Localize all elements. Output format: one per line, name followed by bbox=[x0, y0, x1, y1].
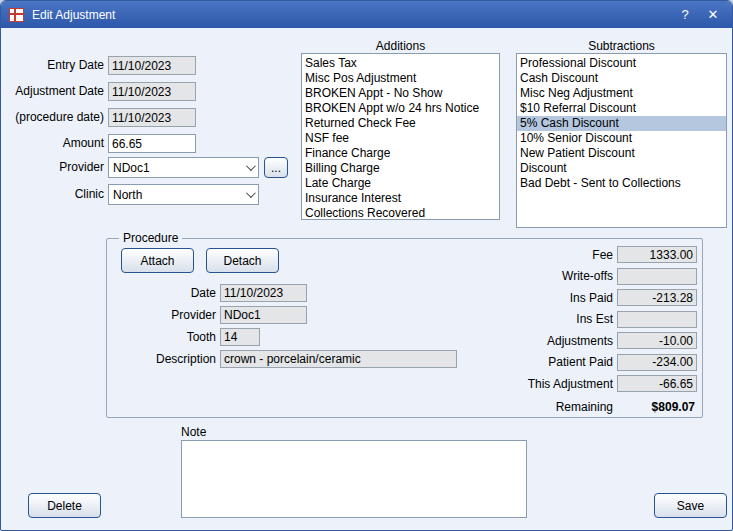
subtractions-item[interactable]: New Patient Discount bbox=[517, 146, 726, 161]
amount-row-label: Ins Paid bbox=[421, 291, 613, 305]
procedure-amount-row: Write-offs bbox=[421, 268, 697, 285]
titlebar: Edit Adjustment ? ✕ bbox=[1, 1, 732, 28]
note-textarea[interactable] bbox=[181, 440, 527, 518]
entry-date-label: Entry Date bbox=[1, 56, 104, 75]
provider-browse-button[interactable]: ... bbox=[264, 157, 288, 178]
app-icon bbox=[9, 8, 24, 22]
window-title: Edit Adjustment bbox=[32, 8, 115, 22]
procedure-amount-row: This Adjustment -66.65 bbox=[421, 375, 697, 392]
proc-provider-label: Provider bbox=[116, 306, 216, 325]
subtractions-item[interactable]: $10 Referral Discount bbox=[517, 101, 726, 116]
amount-row-value: -10.00 bbox=[617, 332, 697, 349]
chevron-down-icon bbox=[240, 185, 258, 204]
additions-item[interactable]: Billing Charge bbox=[302, 161, 499, 176]
procedure-amount-row: Fee 1333.00 bbox=[421, 246, 697, 263]
procedure-group-title: Procedure bbox=[119, 231, 182, 245]
additions-listbox[interactable]: Sales TaxMisc Pos AdjustmentBROKEN Appt … bbox=[301, 53, 500, 220]
amount-row-label: Write-offs bbox=[421, 269, 613, 283]
subtractions-item[interactable]: Bad Debt - Sent to Collections bbox=[517, 176, 726, 191]
additions-title: Additions bbox=[301, 39, 500, 53]
procedure-amount-row: Ins Est bbox=[421, 311, 697, 328]
subtractions-item[interactable]: Cash Discount bbox=[517, 71, 726, 86]
provider-label: Provider bbox=[1, 158, 104, 177]
additions-item[interactable]: Finance Charge bbox=[302, 146, 499, 161]
subtractions-listbox[interactable]: Professional DiscountCash DiscountMisc N… bbox=[516, 53, 727, 228]
amount-row-value: 1333.00 bbox=[617, 246, 697, 263]
additions-item[interactable]: Collections Recovered bbox=[302, 206, 499, 220]
amount-row-label: Patient Paid bbox=[421, 355, 613, 369]
additions-item[interactable]: Sales Tax bbox=[302, 56, 499, 71]
close-icon[interactable]: ✕ bbox=[702, 4, 724, 25]
procedure-amount-row: Ins Paid -213.28 bbox=[421, 289, 697, 306]
additions-item[interactable]: Late Charge bbox=[302, 176, 499, 191]
amount-row-value: -213.28 bbox=[617, 289, 697, 306]
amount-row-value bbox=[617, 268, 697, 285]
procedure-amounts-list: Fee 1333.00 Write-offs Ins Paid -213.28 … bbox=[421, 246, 697, 397]
adjustment-date-label: Adjustment Date bbox=[1, 82, 104, 101]
save-button[interactable]: Save bbox=[654, 493, 727, 518]
provider-combo[interactable]: NDoc1 bbox=[108, 157, 259, 178]
clinic-label: Clinic bbox=[1, 185, 104, 204]
amount-row-value: -234.00 bbox=[617, 354, 697, 371]
subtractions-title: Subtractions bbox=[516, 39, 727, 53]
additions-item[interactable]: BROKEN Appt - No Show bbox=[302, 86, 499, 101]
clinic-combo-value: North bbox=[113, 188, 142, 202]
chevron-down-icon bbox=[240, 158, 258, 177]
amount-row-label: Ins Est bbox=[421, 312, 613, 326]
amount-row-label: Adjustments bbox=[421, 334, 613, 348]
amount-row-label: This Adjustment bbox=[421, 377, 613, 391]
tooth-field: 14 bbox=[220, 328, 260, 346]
description-label: Description bbox=[116, 350, 216, 369]
proc-date-field: 11/10/2023 bbox=[220, 284, 307, 302]
subtractions-item[interactable]: Misc Neg Adjustment bbox=[517, 86, 726, 101]
edit-adjustment-window: Edit Adjustment ? ✕ Entry Date 11/10/202… bbox=[0, 0, 733, 531]
additions-item[interactable]: Returned Check Fee bbox=[302, 116, 499, 131]
subtractions-item[interactable]: 5% Cash Discount bbox=[517, 116, 726, 131]
subtractions-item[interactable]: Discount bbox=[517, 161, 726, 176]
procedure-amount-row: Adjustments -10.00 bbox=[421, 332, 697, 349]
amount-input[interactable] bbox=[108, 134, 196, 153]
amount-row-value: -66.65 bbox=[617, 375, 697, 392]
procedure-date-field: 11/10/2023 bbox=[108, 108, 196, 127]
provider-combo-value: NDoc1 bbox=[113, 161, 150, 175]
procedure-date-label: (procedure date) bbox=[1, 108, 104, 127]
delete-button[interactable]: Delete bbox=[28, 493, 101, 518]
adjustment-date-field[interactable]: 11/10/2023 bbox=[108, 82, 196, 101]
additions-item[interactable]: BROKEN Appt w/o 24 hrs Notice bbox=[302, 101, 499, 116]
remaining-label: Remaining bbox=[423, 398, 613, 417]
amount-row-value bbox=[617, 311, 697, 328]
amount-row-label: Fee bbox=[421, 248, 613, 262]
additions-item[interactable]: Misc Pos Adjustment bbox=[302, 71, 499, 86]
attach-button[interactable]: Attach bbox=[121, 248, 194, 273]
detach-button[interactable]: Detach bbox=[206, 248, 279, 273]
additions-item[interactable]: Insurance Interest bbox=[302, 191, 499, 206]
help-icon[interactable]: ? bbox=[674, 4, 696, 25]
remaining-value: $809.07 bbox=[617, 398, 695, 417]
proc-provider-field: NDoc1 bbox=[220, 306, 307, 324]
clinic-combo[interactable]: North bbox=[108, 184, 259, 205]
proc-date-label: Date bbox=[116, 284, 216, 303]
subtractions-item[interactable]: 10% Senior Discount bbox=[517, 131, 726, 146]
entry-date-field: 11/10/2023 bbox=[108, 56, 196, 75]
tooth-label: Tooth bbox=[116, 328, 216, 347]
procedure-amount-row: Patient Paid -234.00 bbox=[421, 354, 697, 371]
additions-item[interactable]: NSF fee bbox=[302, 131, 499, 146]
amount-label: Amount bbox=[1, 134, 104, 153]
subtractions-item[interactable]: Professional Discount bbox=[517, 56, 726, 71]
